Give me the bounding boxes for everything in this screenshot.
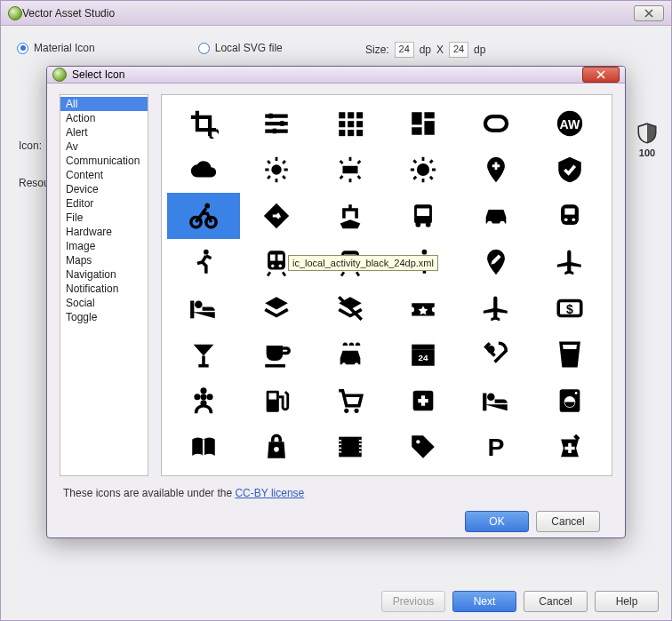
category-editor[interactable]: Editor [60,196,148,211]
category-av[interactable]: Av [60,139,148,154]
license-link[interactable]: CC-BY license [235,487,304,499]
icon-subway[interactable] [533,193,606,239]
bus-icon [408,201,438,231]
size-h-input[interactable]: 24 [449,42,468,58]
picker-row: AllActionAlertAvCommunicationContentDevi… [60,94,612,476]
florist-icon [188,386,219,416]
help-button[interactable]: Help [595,591,659,612]
category-communication[interactable]: Communication [60,154,148,168]
opacity-strip: 100 [636,122,659,158]
icon-library[interactable] [167,424,240,470]
car-icon [481,201,511,231]
category-alert[interactable]: Alert [60,125,148,139]
icon-apps[interactable] [314,100,387,147]
icon-dining[interactable] [460,331,532,378]
category-hardware[interactable]: Hardware [60,225,148,239]
category-toggle[interactable]: Toggle [60,310,148,324]
icon-boat[interactable] [314,193,387,239]
icon-bus[interactable] [387,193,460,239]
category-social[interactable]: Social [60,296,148,310]
category-maps[interactable]: Maps [60,253,148,267]
previous-button[interactable]: Previous [381,591,445,612]
svg-rect-12 [412,112,421,124]
icon-laundry[interactable] [533,378,606,424]
dialog-close-button[interactable] [582,67,620,83]
icon-verified[interactable] [533,147,606,193]
icon-car[interactable] [460,193,532,239]
cancel-button[interactable]: Cancel [536,511,600,532]
icon-florist[interactable] [167,378,240,424]
icon-gas[interactable] [240,378,313,424]
icon-auto-wb[interactable]: AW [533,100,606,147]
icon-crop[interactable] [167,100,240,147]
dialog-titlebar[interactable]: Select Icon [47,67,625,84]
icon-pharmacy[interactable] [533,424,606,470]
ok-button[interactable]: OK [465,511,529,532]
icon-dashboard[interactable] [387,100,460,147]
category-all[interactable]: All [60,97,148,111]
close-window-button[interactable] [634,5,664,21]
category-action[interactable]: Action [60,111,148,125]
icon-car-wash[interactable] [314,331,387,378]
svg-rect-14 [425,121,435,135]
icon-hotel[interactable] [167,285,240,331]
radio-material[interactable]: Material Icon [17,42,95,54]
icon-tune[interactable] [240,100,313,147]
atm-icon: $ [555,293,585,323]
icon-movies[interactable] [314,424,387,470]
category-content[interactable]: Content [60,168,148,182]
cafe-icon [261,339,292,370]
next-button[interactable]: Next [452,591,516,612]
dialog-buttons: OK Cancel [60,505,612,538]
svg-rect-27 [417,209,429,217]
category-list[interactable]: AllActionAlertAvCommunicationContentDevi… [60,94,148,476]
icon-run[interactable] [167,239,240,285]
verified-icon [555,155,585,185]
category-notification[interactable]: Notification [60,282,148,296]
icon-hospital[interactable] [387,378,460,424]
radio-icon [17,43,28,54]
icon-layers-clear[interactable] [314,285,387,331]
main-titlebar[interactable]: Vector Asset Studio [1,1,671,26]
icon-grid-wrap[interactable]: AW$24P ic_local_activity_black_24dp.xml [161,94,612,476]
dialog-body: AllActionAlertAvCommunicationContentDevi… [47,84,625,538]
category-device[interactable]: Device [60,182,148,196]
parking-icon: P [481,432,511,462]
icon-sunny[interactable] [387,147,460,193]
icon-add-location[interactable] [460,147,532,193]
svg-rect-8 [356,121,363,127]
icon-hotel2[interactable] [460,378,532,424]
category-navigation[interactable]: Navigation [60,267,148,282]
bar-icon [188,339,219,370]
icon-atm[interactable]: $ [533,285,606,331]
radio-svg[interactable]: Local SVG file [198,42,283,54]
icon-grocery[interactable] [314,378,387,424]
svg-rect-15 [412,127,421,135]
category-image[interactable]: Image [60,239,148,253]
mall-icon [261,432,292,462]
icon-bar[interactable] [167,331,240,378]
icon-drink[interactable] [533,331,606,378]
icon-bike[interactable] [167,193,240,239]
icon-layers[interactable] [240,285,313,331]
icon-edit-location[interactable] [460,239,532,285]
svg-point-55 [201,387,207,394]
icon-flight[interactable] [533,239,606,285]
icon-cloud[interactable] [167,147,240,193]
icon-panorama-wide[interactable] [460,100,532,147]
category-file[interactable]: File [60,211,148,225]
icon-parking[interactable]: P [460,424,532,470]
icon-mall[interactable] [240,424,313,470]
opacity-value: 100 [639,147,655,158]
icon-cafe[interactable] [240,331,313,378]
cancel-button[interactable]: Cancel [524,591,588,612]
size-w-input[interactable]: 24 [395,42,414,58]
icon-iridescent[interactable] [314,147,387,193]
icon-directions[interactable] [240,193,313,239]
icon-airport[interactable] [460,285,532,331]
svg-rect-38 [270,255,276,261]
icon-offer[interactable] [387,424,460,470]
icon-incandescent[interactable] [240,147,313,193]
icon-local-activity[interactable] [387,285,460,331]
icon-convenience[interactable]: 24 [387,331,460,378]
